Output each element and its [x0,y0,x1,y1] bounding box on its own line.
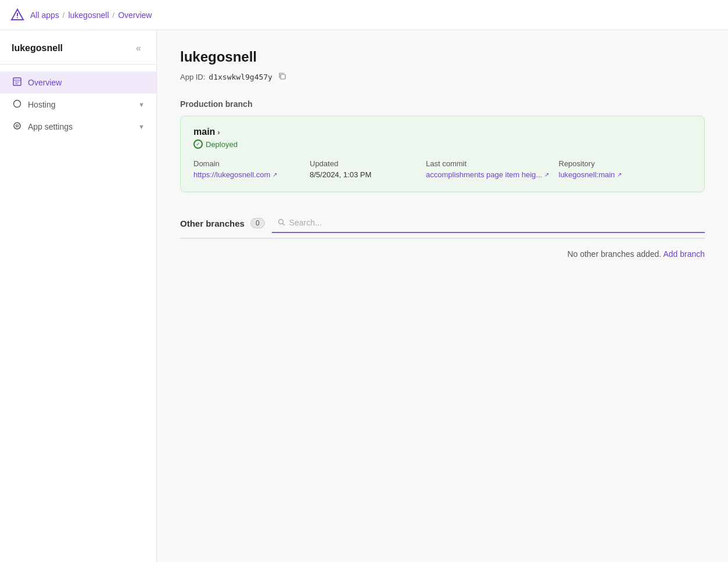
sidebar: lukegosnell « Overview [0,30,157,562]
svg-point-9 [16,125,18,127]
svg-point-8 [14,123,20,129]
domain-link[interactable]: https://lukegosnell.com ↗ [193,170,310,179]
hosting-chevron-icon: ▼ [138,101,145,108]
domain-value: https://lukegosnell.com ↗ [193,170,310,179]
repository-link[interactable]: lukegosnell:main ↗ [559,170,692,179]
deployed-badge: ✓ Deployed [193,139,691,149]
breadcrumb-app-name[interactable]: lukegosnell [68,10,109,20]
repository-label: Repository [559,159,692,168]
breadcrumb: All apps / lukegosnell / Overview [30,10,152,20]
domain-external-link-icon: ↗ [272,171,277,178]
app-id-row: App ID: d1xswkwl9g457y [180,71,705,83]
branch-meta-last-commit: Last commit accomplishments page item he… [426,159,559,179]
sidebar-collapse-button[interactable]: « [132,42,145,55]
branch-name[interactable]: main › [193,127,220,137]
svg-point-2 [17,17,18,18]
breadcrumb-current: Overview [118,10,152,20]
app-id-value: d1xswkwl9g457y [209,73,272,81]
sidebar-item-app-settings-label: App settings [28,122,73,131]
other-branches-count-badge: 0 [250,218,265,228]
logo [9,7,26,23]
last-commit-link[interactable]: accomplishments page item heig... ↗ [426,170,559,179]
search-input[interactable] [272,213,705,233]
other-branches-label: Other branches [180,219,245,228]
branch-meta-repository: Repository lukegosnell:main ↗ [559,159,692,179]
updated-label: Updated [310,159,426,168]
copy-app-id-button[interactable] [276,71,289,83]
domain-label: Domain [193,159,310,168]
last-commit-value: accomplishments page item heig... ↗ [426,170,559,179]
svg-rect-10 [281,74,285,79]
app-id-label: App ID: [180,73,205,81]
production-branch-label: Production branch [180,99,705,109]
svg-point-7 [13,101,20,108]
main-content: lukegosnell App ID: d1xswkwl9g457y Produ… [157,30,728,562]
page-title: lukegosnell [180,49,705,65]
search-icon [278,219,285,228]
breadcrumb-all-apps[interactable]: All apps [30,10,59,20]
add-branch-link[interactable]: Add branch [663,249,705,259]
repository-external-link-icon: ↗ [617,171,622,178]
sidebar-item-hosting-label: Hosting [28,100,55,109]
svg-line-12 [282,224,285,226]
other-branches-row: Other branches 0 [180,209,705,239]
sidebar-item-hosting[interactable]: Hosting ▼ [0,94,156,116]
sidebar-item-overview[interactable]: Overview [0,71,156,94]
svg-point-11 [278,220,283,224]
branch-chevron-icon: › [217,128,220,137]
topbar: All apps / lukegosnell / Overview [0,0,728,30]
no-branches-message: No other branches added. Add branch [180,239,705,269]
branch-meta-updated: Updated 8/5/2024, 1:03 PM [310,159,426,179]
repository-value: lukegosnell:main ↗ [559,170,692,179]
hosting-icon [12,99,22,110]
app-settings-chevron-icon: ▼ [138,123,145,130]
overview-icon [12,77,22,88]
last-commit-label: Last commit [426,159,559,168]
last-commit-external-link-icon: ↗ [544,171,549,178]
app-settings-icon [12,121,22,132]
updated-value: 8/5/2024, 1:03 PM [310,170,426,179]
sidebar-item-overview-label: Overview [28,78,62,87]
branch-meta: Domain https://lukegosnell.com ↗ Updated… [193,159,691,179]
main-layout: lukegosnell « Overview [0,30,728,562]
sidebar-header: lukegosnell « [0,30,156,65]
deployed-icon: ✓ [193,139,203,149]
other-branches-search-bar [272,209,705,238]
production-branch-card: main › ✓ Deployed Domain https://lukegos… [180,116,705,192]
sidebar-app-name: lukegosnell [12,43,63,53]
sidebar-nav: Overview Hosting ▼ [0,65,156,145]
branch-meta-domain: Domain https://lukegosnell.com ↗ [193,159,310,179]
sidebar-item-app-settings[interactable]: App settings ▼ [0,116,156,138]
